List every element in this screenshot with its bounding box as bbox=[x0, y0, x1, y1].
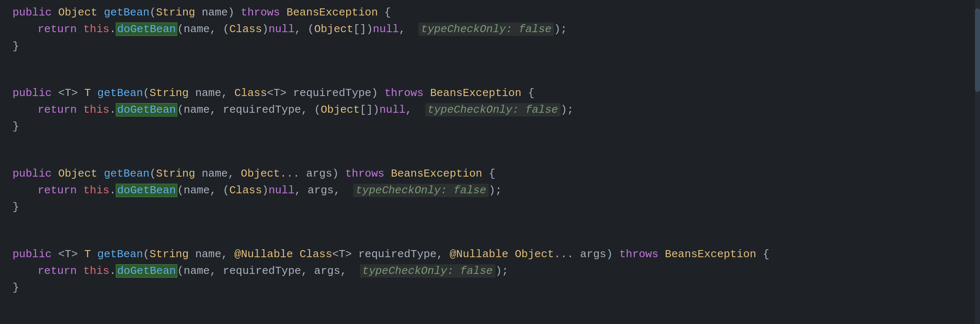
line: return this.doGetBean(name, requiredType… bbox=[0, 101, 980, 118]
line bbox=[0, 311, 980, 324]
line bbox=[0, 296, 980, 311]
line bbox=[0, 70, 980, 85]
scrollbar[interactable] bbox=[975, 0, 980, 324]
line bbox=[0, 135, 980, 150]
code-editor: public Object getBean(String name) throw… bbox=[0, 0, 980, 324]
line bbox=[0, 150, 980, 165]
line: public Object getBean(String name) throw… bbox=[0, 4, 980, 21]
line bbox=[0, 216, 980, 231]
line: return this.doGetBean(name, requiredType… bbox=[0, 263, 980, 279]
line: } bbox=[0, 38, 980, 55]
line: return this.doGetBean(name, (Class)null,… bbox=[0, 182, 980, 199]
line: return this.doGetBean(name, (Class)null,… bbox=[0, 21, 980, 38]
scrollbar-thumb[interactable] bbox=[975, 8, 980, 92]
line: public Object getBean(String name, Objec… bbox=[0, 165, 980, 182]
line: public <T> T getBean(String name, Class<… bbox=[0, 85, 980, 101]
line bbox=[0, 55, 980, 70]
line bbox=[0, 231, 980, 246]
line: public <T> T getBean(String name, @Nulla… bbox=[0, 246, 980, 263]
line: } bbox=[0, 279, 980, 296]
line: } bbox=[0, 118, 980, 135]
line: } bbox=[0, 199, 980, 215]
